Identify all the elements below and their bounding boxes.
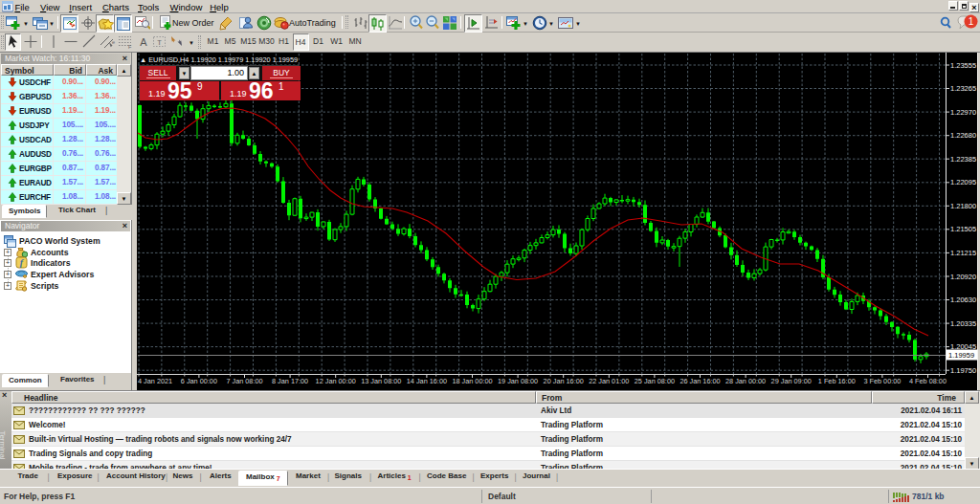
svg-text:1.21505: 1.21505 — [950, 225, 976, 233]
svg-text:1.22680: 1.22680 — [950, 131, 976, 140]
svg-text:1.20630: 1.20630 — [950, 296, 976, 304]
svg-text:T: T — [157, 38, 162, 47]
svg-text:1.22970: 1.22970 — [950, 108, 976, 117]
svg-text:1.20335: 1.20335 — [950, 319, 976, 328]
svg-text:1: 1 — [969, 16, 974, 27]
svg-text:F: F — [128, 44, 132, 50]
svg-text:1.21215: 1.21215 — [950, 249, 976, 257]
svg-text:4 Jan 2021: 4 Jan 2021 — [138, 377, 172, 385]
svg-text:1.20045: 1.20045 — [950, 342, 976, 351]
svg-text:1.23555: 1.23555 — [950, 61, 976, 70]
svg-text:1.19750: 1.19750 — [950, 366, 976, 375]
svg-text:1.19959: 1.19959 — [948, 351, 974, 360]
svg-text:1.21800: 1.21800 — [950, 202, 976, 210]
svg-text:▲ EURUSD,H4 1.19920 1.19979 1: ▲ EURUSD,H4 1.19920 1.19979 1.19920 1.19… — [140, 55, 298, 64]
svg-text:1.22095: 1.22095 — [950, 178, 976, 186]
svg-text:1.22385: 1.22385 — [950, 155, 976, 164]
svg-text:A: A — [140, 36, 147, 48]
svg-text:e: e — [112, 39, 115, 45]
svg-text:1.20920: 1.20920 — [950, 273, 976, 281]
svg-text:1.23265: 1.23265 — [950, 84, 976, 93]
